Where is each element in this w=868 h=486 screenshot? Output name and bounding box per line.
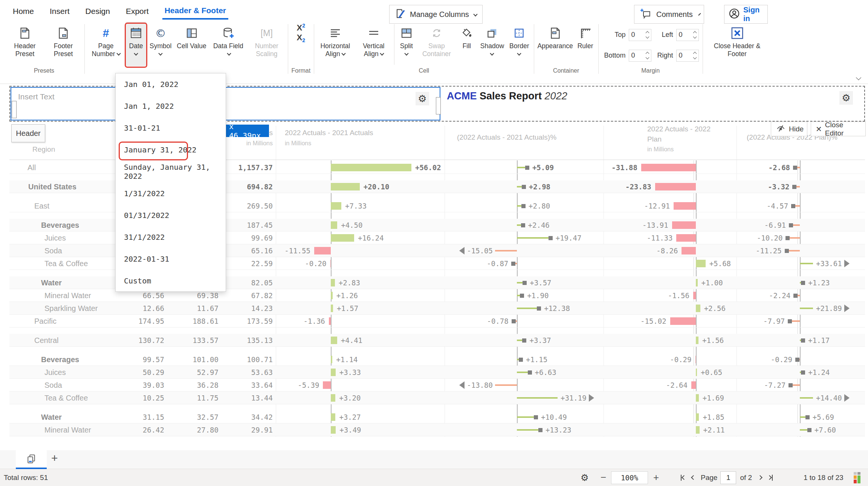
dropdown-item-5[interactable]: Sunday, January 31, 2022	[116, 161, 226, 183]
variance-label: +3.49	[339, 424, 361, 436]
tab-insert[interactable]: Insert	[47, 3, 72, 19]
sign-in-button[interactable]: Sign in	[724, 5, 768, 24]
tab-export[interactable]: Export	[124, 3, 151, 19]
ribbon-button-shadow[interactable]: Shadow	[478, 22, 506, 66]
variance-bar	[691, 381, 696, 389]
dropdown-item-1[interactable]: Jan 01, 2022	[116, 73, 226, 95]
dropdown-item-10[interactable]: Custom	[116, 270, 226, 292]
ribbon-button-close-header-footer[interactable]: Close Header & Footer	[705, 22, 769, 66]
symbol-icon: ©	[155, 25, 166, 41]
tab-design[interactable]: Design	[83, 3, 112, 19]
margin-left-input[interactable]: 0	[676, 29, 699, 41]
ribbon-button-appearance[interactable]: Appearance	[536, 22, 574, 66]
table-row-sparkling-water[interactable]: Sparkling Water12.6611.6714.23+1.57+12.3…	[9, 302, 865, 315]
zoom-in-button[interactable]: +	[653, 469, 659, 486]
shadow-label: Shadow	[480, 42, 504, 50]
ribbon-button-cell-value[interactable]: Cell Value	[174, 22, 208, 66]
dropdown-item-3[interactable]: 31-01-21	[116, 117, 226, 139]
gear-icon[interactable]: ⚙	[839, 91, 853, 105]
insert-text-placeholder[interactable]: Insert Text	[18, 92, 55, 101]
ribbon-button-header-preset[interactable]: Header Preset	[6, 22, 44, 66]
chevron-down-icon	[473, 12, 477, 16]
zoom-level[interactable]: 100%	[611, 469, 648, 486]
table-row-central[interactable]: Central130.72133.57135.13+4.41+3.37+1.56…	[9, 334, 865, 347]
variance-label: +1.57	[337, 302, 358, 315]
status-bar: Total rows: 51 ⚙ − 100% + Page 1 of 2 1 …	[0, 469, 868, 486]
table-row-juices[interactable]: Juices50.2952.9753.63+3.33+6.63+0.65+1.2…	[9, 366, 865, 379]
ribbon-button-date[interactable]: Date	[125, 22, 147, 66]
margin-bottom-input[interactable]: 0	[629, 50, 651, 62]
ribbon-button-horizontal-align[interactable]: Horizontal Align	[316, 22, 354, 66]
ribbon-button-symbol[interactable]: ©Symbol	[147, 22, 174, 66]
page-number-input[interactable]: 1	[720, 471, 736, 484]
variance-pin: -0.87	[487, 257, 517, 270]
column-header: 2022 Actuals - 2022Planin Millions	[647, 124, 711, 154]
column-size-badge: x 46.39px	[226, 125, 269, 137]
ribbon-button-page-number[interactable]: #Page Number	[87, 22, 125, 66]
resize-handle[interactable]	[436, 97, 441, 114]
manage-columns-button[interactable]: Manage Columns	[389, 5, 483, 24]
variance-bar	[314, 247, 331, 254]
chevron-down-icon	[380, 51, 384, 55]
value-cell: 173.59	[247, 315, 273, 328]
chevron-down-icon	[698, 13, 701, 15]
first-page-button[interactable]	[678, 475, 688, 481]
margin-top-label: Top	[602, 31, 626, 39]
ribbon-button-vertical-align[interactable]: Vertical Align	[355, 22, 393, 66]
settings-gear-icon[interactable]: ⚙	[581, 469, 589, 486]
report-title: ACME Sales Report 2022	[447, 90, 567, 102]
next-page-button[interactable]	[756, 476, 764, 479]
comments-button[interactable]: Comments	[634, 5, 704, 24]
data-field-label: Data Field	[212, 42, 245, 58]
table-row-soda[interactable]: Soda39.0336.2833.64-5.39-13.80-2.64-7.27	[9, 379, 865, 392]
close-editor-button[interactable]: ✕ Close Editor	[811, 122, 866, 136]
ribbon-button-superscript-subscript[interactable]: X2X2	[290, 22, 312, 66]
previous-page-button[interactable]	[689, 476, 698, 479]
tab-home[interactable]: Home	[11, 3, 36, 19]
variance-bar	[695, 356, 696, 363]
ribbon-button-fill[interactable]: Fill	[456, 22, 477, 66]
close-header-footer-label: Close Header & Footer	[708, 42, 767, 58]
table-row-tea-coffee[interactable]: Tea & Coffee10.2511.7513.44+3.20+31.19+1…	[9, 392, 865, 404]
region-label: Beverages	[41, 353, 79, 366]
table-row-mineral-water[interactable]: Mineral Water26.4227.8029.91+3.49+13.23+…	[9, 424, 865, 436]
dropdown-item-8[interactable]: 31/1/2022	[116, 226, 226, 248]
table-row-water[interactable]: Water31.1532.5734.42+3.27+10.49+1.85+5.6…	[9, 411, 865, 424]
dropdown-item-4[interactable]: January 31, 2022	[116, 139, 226, 161]
value-cell: 36.28	[197, 379, 219, 392]
variance-label: -13.91	[642, 219, 668, 232]
ribbon-button-data-field[interactable]: Data Field	[209, 22, 247, 66]
dropdown-item-6[interactable]: 1/31/2022	[116, 183, 226, 204]
zoom-out-button[interactable]: −	[601, 469, 606, 486]
margin-right-input[interactable]: 0	[676, 50, 699, 62]
chevron-down-icon	[227, 51, 231, 55]
column-header: (2022 Actuals - 2021 Actuals)%	[457, 133, 556, 143]
dropdown-item-9[interactable]: 2022-01-31	[116, 248, 226, 270]
overflow-arrow-icon	[844, 260, 850, 267]
collapse-ribbon-chevron-icon[interactable]	[855, 75, 860, 82]
variance-label: -1.36	[304, 315, 325, 328]
dropdown-item-2[interactable]: Jan 1, 2022	[116, 95, 226, 117]
tab-header-footer[interactable]: Header & Footer	[162, 2, 228, 20]
gear-icon[interactable]: ⚙	[416, 92, 429, 105]
ribbon-button-split[interactable]: Split	[396, 22, 417, 66]
add-sheet-button[interactable]: +	[51, 452, 58, 465]
page-number-icon: #	[103, 25, 109, 41]
dropdown-item-7[interactable]: 01/31/2022	[116, 204, 226, 226]
margin-left-label: Left	[657, 31, 673, 39]
group-label: Format	[291, 66, 310, 75]
swap-container-label: Swap Container	[420, 42, 453, 58]
margin-top-input[interactable]: 0	[629, 29, 651, 41]
zebra-logo	[854, 469, 860, 486]
sheet-tab[interactable]	[16, 450, 47, 469]
report-title-brand: ACME	[447, 90, 477, 102]
hide-button[interactable]: Hide	[771, 122, 807, 136]
resize-handle[interactable]	[12, 101, 17, 118]
last-page-button[interactable]	[765, 475, 775, 481]
ribbon-button-ruler[interactable]: Ruler	[575, 22, 596, 66]
value-cell: 32.57	[197, 411, 219, 424]
table-row-beverages[interactable]: Beverages99.57101.00100.71+1.14+1.15-0.2…	[9, 353, 865, 366]
table-row-pacific[interactable]: Pacific174.95188.61173.59-1.36-0.78-15.0…	[9, 315, 865, 328]
ribbon-button-border[interactable]: Border	[507, 22, 532, 66]
ribbon-button-footer-preset[interactable]: Footer Preset	[44, 22, 82, 66]
